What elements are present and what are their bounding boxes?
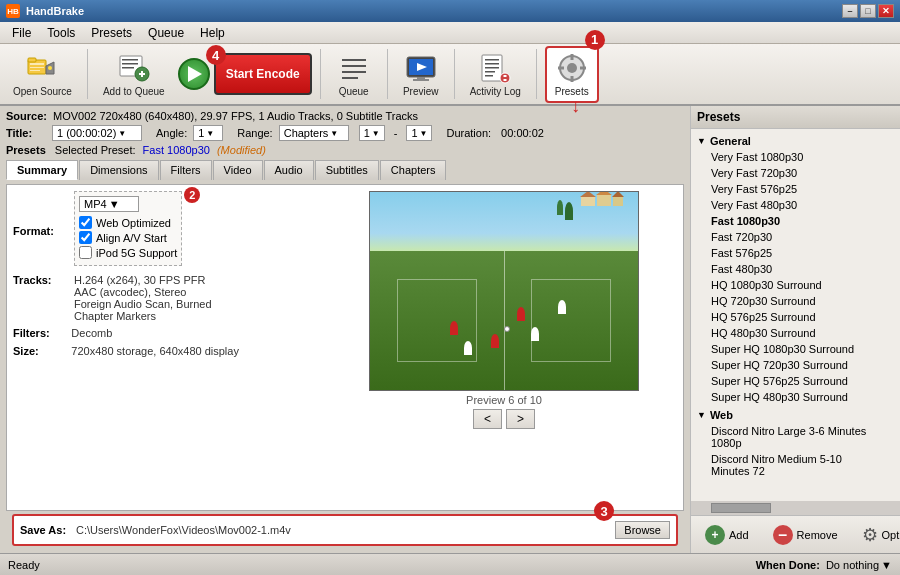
format-select[interactable]: MP4 ▼ bbox=[79, 196, 139, 212]
preset-discord-medium[interactable]: Discord Nitro Medium 5-10 Minutes 72 bbox=[691, 451, 900, 479]
tab-chapters[interactable]: Chapters bbox=[380, 160, 447, 180]
preset-hq-1080p30[interactable]: HQ 1080p30 Surround bbox=[691, 277, 900, 293]
queue-button[interactable]: Queue bbox=[329, 48, 379, 101]
svg-rect-8 bbox=[122, 63, 138, 65]
presets-section-general-header[interactable]: ▼ General bbox=[691, 133, 900, 149]
presets-hscroll-thumb[interactable] bbox=[711, 503, 771, 513]
preview-button[interactable]: Preview bbox=[396, 48, 446, 101]
tabs: Summary Dimensions Filters Video Audio S… bbox=[6, 160, 684, 180]
svg-rect-29 bbox=[504, 75, 507, 77]
range-dropdown[interactable]: Chapters ▼ bbox=[279, 125, 349, 141]
web-optimized-checkbox[interactable] bbox=[79, 216, 92, 229]
add-label: Add bbox=[729, 529, 749, 541]
format-container: MP4 ▼ 2 Web Optimized bbox=[74, 191, 182, 270]
preset-hq-576p25[interactable]: HQ 576p25 Surround bbox=[691, 309, 900, 325]
preview-next-button[interactable]: > bbox=[506, 409, 535, 429]
preset-very-fast-1080p30[interactable]: Very Fast 1080p30 bbox=[691, 149, 900, 165]
angle-label: Angle: bbox=[156, 127, 187, 139]
options-button[interactable]: ⚙ Options bbox=[856, 522, 900, 548]
menu-help[interactable]: Help bbox=[192, 24, 233, 42]
tab-subtitles[interactable]: Subtitles bbox=[315, 160, 379, 180]
preset-discord-large[interactable]: Discord Nitro Large 3-6 Minutes 1080p bbox=[691, 423, 900, 451]
chapter-from-dropdown[interactable]: 1 ▼ bbox=[359, 125, 385, 141]
open-source-icon bbox=[26, 52, 58, 84]
svg-rect-26 bbox=[485, 71, 495, 73]
tab-summary[interactable]: Summary bbox=[6, 160, 78, 180]
save-bar: Save As: C:\Users\WonderFox\Videos\Mov00… bbox=[12, 514, 678, 546]
tab-filters[interactable]: Filters bbox=[160, 160, 212, 180]
svg-point-32 bbox=[567, 63, 577, 73]
house-3 bbox=[613, 196, 623, 206]
preset-superhq-480p30[interactable]: Super HQ 480p30 Surround bbox=[691, 389, 900, 405]
preset-fast-480p30[interactable]: Fast 480p30 bbox=[691, 261, 900, 277]
remove-preset-button[interactable]: – Remove bbox=[767, 523, 844, 547]
add-icon: + bbox=[705, 525, 725, 545]
preset-superhq-576p25[interactable]: Super HQ 576p25 Surround bbox=[691, 373, 900, 389]
svg-rect-21 bbox=[413, 79, 429, 81]
badge-4: 4 bbox=[206, 45, 226, 65]
preset-very-fast-480p30[interactable]: Very Fast 480p30 bbox=[691, 197, 900, 213]
menu-queue[interactable]: Queue bbox=[140, 24, 192, 42]
preset-fast-576p25[interactable]: Fast 576p25 bbox=[691, 245, 900, 261]
preset-hq-480p30[interactable]: HQ 480p30 Surround bbox=[691, 325, 900, 341]
preset-very-fast-720p30[interactable]: Very Fast 720p30 bbox=[691, 165, 900, 181]
when-done-arrow[interactable]: ▼ bbox=[881, 559, 892, 571]
maximize-button[interactable]: □ bbox=[860, 4, 876, 18]
svg-rect-13 bbox=[342, 59, 366, 61]
player-red-3 bbox=[517, 307, 525, 321]
preset-superhq-720p30[interactable]: Super HQ 720p30 Surround bbox=[691, 357, 900, 373]
remove-icon: – bbox=[773, 525, 793, 545]
open-source-button[interactable]: Open Source bbox=[6, 48, 79, 101]
svg-rect-30 bbox=[504, 79, 507, 81]
queue-label: Queue bbox=[339, 86, 369, 97]
summary-panel: Format: MP4 ▼ 2 bbox=[13, 191, 323, 504]
minimize-button[interactable]: – bbox=[842, 4, 858, 18]
when-done-value: Do nothing bbox=[826, 559, 879, 571]
preview-nav: < > bbox=[473, 409, 535, 429]
activity-log-button[interactable]: Activity Log bbox=[463, 48, 528, 101]
preset-superhq-1080p30[interactable]: Super HQ 1080p30 Surround bbox=[691, 341, 900, 357]
start-encode-label: Start Encode bbox=[226, 67, 300, 81]
tab-dimensions[interactable]: Dimensions bbox=[79, 160, 158, 180]
open-source-label: Open Source bbox=[13, 86, 72, 97]
format-row: Format: MP4 ▼ 2 bbox=[13, 191, 323, 270]
tab-video[interactable]: Video bbox=[213, 160, 263, 180]
menu-file[interactable]: File bbox=[4, 24, 39, 42]
presets-panel: Presets ▼ General Very Fast 1080p30 Very… bbox=[690, 106, 900, 553]
close-button[interactable]: ✕ bbox=[878, 4, 894, 18]
start-encode-button[interactable]: Start Encode bbox=[214, 53, 312, 95]
presets-section-web-header[interactable]: ▼ Web bbox=[691, 407, 900, 423]
badge-1-container: 1 bbox=[585, 30, 605, 50]
preview-prev-button[interactable]: < bbox=[473, 409, 502, 429]
svg-point-28 bbox=[500, 73, 510, 83]
chapter-to-dropdown[interactable]: 1 ▼ bbox=[406, 125, 432, 141]
title-dropdown[interactable]: 1 (00:00:02) ▼ bbox=[52, 125, 142, 141]
align-av-checkbox[interactable] bbox=[79, 231, 92, 244]
presets-hscrollbar[interactable] bbox=[691, 501, 900, 515]
presets-icon bbox=[556, 52, 588, 84]
preset-fast-720p30[interactable]: Fast 720p30 bbox=[691, 229, 900, 245]
preset-very-fast-576p25[interactable]: Very Fast 576p25 bbox=[691, 181, 900, 197]
app-icon: HB bbox=[6, 4, 20, 18]
ipod-checkbox[interactable] bbox=[79, 246, 92, 259]
presets-button[interactable]: Presets bbox=[545, 46, 599, 103]
house-1 bbox=[581, 196, 595, 206]
badge-2: 2 bbox=[184, 187, 200, 203]
add-to-queue-button[interactable]: Add to Queue bbox=[96, 48, 172, 101]
chapter-to-arrow: ▼ bbox=[420, 129, 428, 138]
svg-rect-34 bbox=[570, 76, 573, 82]
houses bbox=[581, 196, 623, 206]
presets-info-label: Presets bbox=[6, 144, 46, 156]
menu-tools[interactable]: Tools bbox=[39, 24, 83, 42]
add-to-queue-label: Add to Queue bbox=[103, 86, 165, 97]
menu-presets[interactable]: Presets bbox=[83, 24, 140, 42]
angle-dropdown[interactable]: 1 ▼ bbox=[193, 125, 223, 141]
add-preset-button[interactable]: + Add bbox=[699, 523, 755, 547]
tab-audio[interactable]: Audio bbox=[264, 160, 314, 180]
preset-fast-1080p30[interactable]: Fast 1080p30 bbox=[691, 213, 900, 229]
angle-value: 1 bbox=[198, 127, 204, 139]
browse-button[interactable]: Browse bbox=[615, 521, 670, 539]
title-dropdown-arrow: ▼ bbox=[118, 129, 126, 138]
preset-hq-720p30[interactable]: HQ 720p30 Surround bbox=[691, 293, 900, 309]
ready-text: Ready bbox=[8, 559, 40, 571]
